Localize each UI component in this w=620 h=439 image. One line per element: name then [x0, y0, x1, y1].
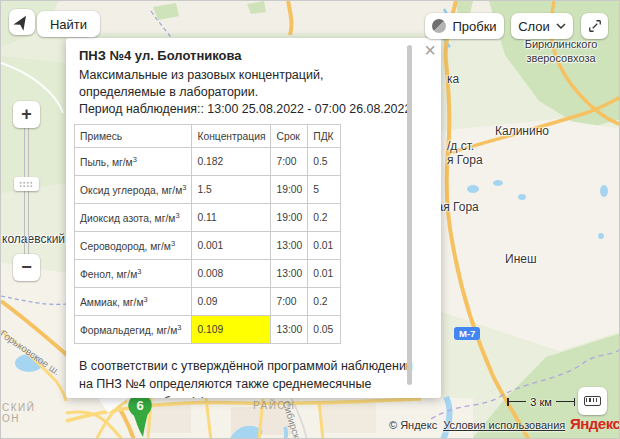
find-button-label: Найти [50, 17, 87, 32]
scale-label: 3 км [530, 396, 552, 408]
chevron-down-icon [556, 23, 566, 30]
popup-subtitle: Максимальные из разовых концентраций, оп… [79, 67, 379, 101]
slider-grip-icon [19, 181, 34, 187]
table-row-formaldehyde: Формальдегид, мг/м3 0.109 13:00 0.05 [75, 316, 341, 344]
map-label-district-fragment: СКИЙ ОН [2, 402, 35, 424]
close-icon[interactable]: × [421, 42, 439, 60]
traffic-button-label: Пробки [452, 19, 496, 34]
copyright-text: © Яндекс [389, 419, 437, 431]
layers-button-label: Слои [518, 19, 550, 34]
map-label-ka-fragment: ка [447, 72, 459, 86]
table-row: Диоксид азота, мг/м3 0.11 19:00 0.2 [75, 204, 341, 232]
geolocation-button[interactable] [9, 9, 35, 35]
map-label-inesh: Инеш [505, 252, 537, 266]
table-row: Пыль, мг/м3 0.182 7:00 0.5 [75, 148, 341, 176]
observation-period: Период наблюдения:: 13:00 25.08.2022 - 0… [79, 101, 427, 118]
ruler-button[interactable] [578, 387, 607, 415]
col-concentration: Концентрация [192, 125, 271, 148]
zoom-slider-track[interactable] [24, 128, 29, 254]
table-row: Сероводород, мг/м3 0.001 13:00 0.01 [75, 232, 341, 260]
station-info-popup: ПНЗ №4 ул. Болотникова Максимальные из р… [66, 38, 441, 398]
fullscreen-button[interactable] [581, 13, 608, 39]
table-row: Оксид углерода, мг/м3 1.5 19:00 5 [75, 176, 341, 204]
traffic-button[interactable]: Пробки [425, 13, 504, 39]
map-label-station: /д ст. я Гора [447, 139, 483, 167]
terms-link[interactable]: Условия использования [443, 419, 565, 431]
m7-road-badge: М-7 [454, 327, 480, 340]
table-row: Фенол, мг/м3 0.008 13:00 0.01 [75, 260, 341, 288]
table-row: Аммиак, мг/м3 0.09 7:00 0.2 [75, 288, 341, 316]
zoom-out-button[interactable]: − [13, 254, 40, 281]
zoom-in-button[interactable]: + [13, 101, 40, 128]
attribution: © Яндекс Условия использования [389, 419, 565, 431]
traffic-light-icon [432, 19, 446, 33]
scale-line-right [556, 401, 575, 403]
scale-line-left [507, 401, 526, 403]
yandex-map-app: Бирюлинского зверосовхоза Калинино /д ст… [0, 0, 620, 439]
ruler-icon [584, 396, 601, 406]
highlighted-concentration-cell: 0.109 [192, 316, 271, 344]
popup-scrollbar[interactable] [407, 45, 412, 385]
col-time: Срок [271, 125, 308, 148]
map-label-kalinino: Калинино [495, 124, 549, 138]
popup-title: ПНЗ №4 ул. Болотникова [79, 48, 427, 63]
station-pin[interactable]: 6 [122, 393, 158, 439]
table-header-row: Примесь Концентрация Срок ПДК [75, 125, 341, 148]
zoom-in-label: + [21, 104, 32, 125]
zoom-out-label: − [21, 257, 32, 278]
yandex-logo[interactable]: Яндекс [570, 415, 620, 432]
map-label-kolaevsky: колаевский [2, 232, 65, 246]
col-pdk: ПДК [308, 125, 341, 148]
layers-button[interactable]: Слои [511, 13, 573, 39]
popup-footnote: В соответствии с утверждённой программой… [79, 357, 427, 398]
col-substance: Примесь [75, 125, 192, 148]
find-button[interactable]: Найти [37, 11, 100, 37]
zoom-slider-handle[interactable] [14, 177, 39, 191]
concentration-table: Примесь Концентрация Срок ПДК Пыль, мг/м… [74, 124, 341, 344]
map-scale: 3 км [507, 395, 575, 408]
geolocation-arrow-icon [12, 12, 32, 32]
map-label-birulinsky: Бирюлинского зверосовхоза [506, 37, 616, 65]
fullscreen-icon [586, 17, 604, 35]
pin-number: 6 [136, 398, 143, 413]
